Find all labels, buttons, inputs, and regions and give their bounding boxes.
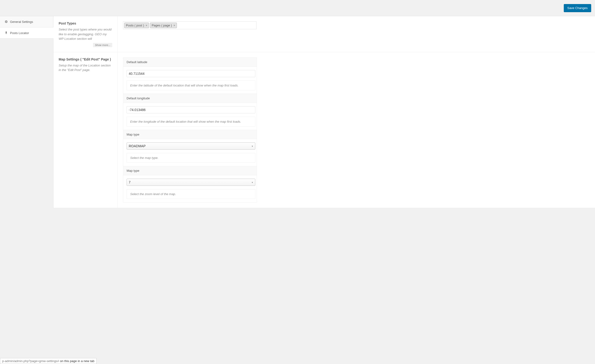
map-settings-fields: Default latitude Enter the latitude of t… [123, 57, 257, 203]
setting-post-types: Post Types Select the post types where y… [53, 16, 595, 52]
longitude-input[interactable] [127, 106, 255, 113]
main-container: General Settings Posts Locator Post Type… [0, 16, 595, 208]
field-input-wrap [123, 67, 257, 81]
setting-input-col: Posts ( post ) × Pages ( page ) × [118, 16, 595, 52]
setting-title: Map Settings ( "Edit Post" Page ) [59, 57, 112, 61]
setting-desc: Setup the map of the Location section in… [59, 63, 112, 72]
field-help: Select the map type. [127, 153, 255, 163]
setting-label-col: Post Types Select the post types where y… [53, 16, 118, 52]
post-types-tag-input[interactable]: Posts ( post ) × Pages ( page ) × [123, 21, 256, 29]
select-wrap: 7 [127, 179, 255, 186]
latitude-input[interactable] [127, 70, 255, 77]
pin-icon [4, 31, 8, 35]
gear-icon [4, 20, 8, 24]
field-label: Default latitude [123, 58, 257, 67]
top-bar: Save Changes [0, 0, 595, 16]
sidebar-item-label: Posts Locator [10, 31, 29, 35]
zoom-select[interactable]: 7 [127, 179, 255, 186]
select-wrap: ROADMAP [127, 142, 255, 150]
close-icon[interactable]: × [173, 24, 175, 27]
tag-label: Posts ( post ) [126, 24, 144, 27]
tag-posts: Posts ( post ) × [124, 23, 149, 28]
field-input-wrap: 7 [123, 175, 257, 189]
field-label: Map type [123, 166, 257, 175]
setting-input-col: Default latitude Enter the latitude of t… [118, 52, 595, 208]
map-type-select[interactable]: ROADMAP [127, 142, 255, 150]
content-area: Post Types Select the post types where y… [53, 16, 595, 208]
field-help: Enter the latitude of the default locati… [127, 81, 255, 90]
setting-desc: Select the post types where you would li… [59, 27, 112, 41]
field-latitude: Default latitude Enter the latitude of t… [123, 57, 257, 94]
sidebar-item-general[interactable]: General Settings [0, 16, 53, 27]
sidebar-item-label: General Settings [10, 20, 33, 24]
field-help: Enter the longitude of the default locat… [127, 117, 255, 126]
field-label: Map type [123, 130, 257, 139]
field-label: Default longitude [123, 94, 257, 103]
tag-label: Pages ( page ) [152, 24, 172, 27]
field-map-type: Map type ROADMAP Select the map type. [123, 130, 257, 166]
field-longitude: Default longitude Enter the longitude of… [123, 94, 257, 130]
setting-title: Post Types [59, 21, 112, 25]
sidebar: General Settings Posts Locator [0, 16, 53, 208]
close-icon[interactable]: × [146, 24, 148, 27]
setting-map-settings: Map Settings ( "Edit Post" Page ) Setup … [53, 52, 595, 208]
setting-label-col: Map Settings ( "Edit Post" Page ) Setup … [53, 52, 118, 208]
field-input-wrap [123, 103, 257, 117]
field-zoom: Map type 7 Select the zoom level of the … [123, 166, 257, 203]
show-more-wrap: Show more... [59, 43, 112, 47]
sidebar-item-posts-locator[interactable]: Posts Locator [0, 27, 53, 39]
field-help: Select the zoom level of the map. [127, 189, 255, 199]
tag-pages: Pages ( page ) × [150, 23, 177, 28]
field-input-wrap: ROADMAP [123, 139, 257, 153]
save-button[interactable]: Save Changes [564, 4, 591, 12]
show-more-link[interactable]: Show more... [93, 43, 112, 47]
